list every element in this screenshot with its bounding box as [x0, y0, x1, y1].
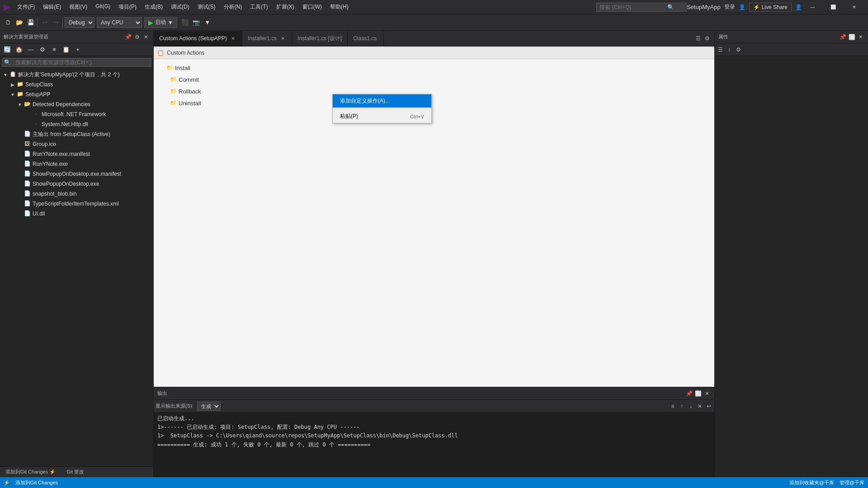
sidebar-bottom-tab-explorer[interactable]: 添加到Git Changes ⚡ [0, 469, 61, 475]
output-pin-icon[interactable]: 📌 [685, 390, 693, 397]
props-sort-icon[interactable]: ↕ [726, 46, 733, 53]
ca-row-install[interactable]: 📁 Install [165, 63, 711, 73]
showpopup-manifest-icon: 📄 [24, 170, 31, 178]
props-pin-icon[interactable]: 📌 [839, 33, 846, 41]
camera-dropdown[interactable]: ▼ [202, 17, 213, 28]
restore-button[interactable]: ⬜ [823, 0, 844, 14]
sidebar-settings-icon[interactable]: ⚙ [133, 33, 141, 41]
ca-row-rollback[interactable]: 📁 Rollback [168, 86, 711, 96]
ui-dll-icon: 📄 [24, 210, 31, 217]
tree-item-showpopup-manifest[interactable]: 📄 ShowPopupOnDesktop.exe.manifest [0, 169, 153, 179]
sidebar-refresh-icon[interactable]: 🔄 [2, 44, 13, 55]
sidebar-home-icon[interactable]: 🏠 [14, 44, 24, 55]
tab-installer1[interactable]: Installer1.cs ✕ [242, 31, 292, 47]
tree-item-runy-exe[interactable]: 📄 RunYNote.exe [0, 159, 153, 169]
menu-view[interactable]: 视图(V) [66, 1, 91, 13]
tree-item-showpopup-exe[interactable]: 📄 ShowPopupOnDesktop.exe [0, 179, 153, 189]
redo-button[interactable]: ↪ [51, 17, 61, 28]
tab-custom-actions-close[interactable]: ✕ [230, 35, 236, 42]
minimize-button[interactable]: — [802, 0, 823, 14]
tree-item-setupclass[interactable]: ▶ 📁 SetupClass [0, 80, 153, 89]
cpu-config-select[interactable]: Any CPU [97, 17, 142, 28]
detected-deps-icon: 📂 [24, 101, 31, 108]
menu-extensions[interactable]: 扩展(X) [273, 1, 298, 13]
tree-item-ui-dll[interactable]: 📄 UI.dll [0, 209, 153, 219]
ctx-add-custom-action[interactable]: 添加自定义操作(A)... [333, 94, 431, 108]
tab-installer1-design-label: Installer1.cs [设计] [297, 35, 342, 42]
tree-item-dotnet[interactable]: - Microsoft .NET Framework [0, 109, 153, 119]
menu-build[interactable]: 生成(B) [141, 1, 166, 13]
undo-button[interactable]: ↩ [39, 17, 50, 28]
sidebar-view-icon[interactable]: 📋 [61, 44, 71, 55]
props-category-icon[interactable]: ☰ [717, 46, 724, 53]
output-wrap-icon[interactable]: ↩ [705, 403, 712, 410]
tree-item-setupapp[interactable]: ▼ 📁 SetupAPP [0, 89, 153, 99]
props-expand-icon[interactable]: ⬜ [848, 33, 855, 41]
tree-item-detected-deps[interactable]: ▼ 📂 Detected Dependencies [0, 99, 153, 109]
sidebar-add-icon[interactable]: + [72, 44, 83, 55]
tree-item-sysnet[interactable]: - System.Net.Http.dll [0, 119, 153, 129]
output-source-select[interactable]: 生成 [197, 402, 221, 411]
output-up-icon[interactable]: ↑ [678, 403, 685, 410]
tree-item-group-ico[interactable]: 🖼 Group.ico [0, 139, 153, 149]
menu-edit[interactable]: 编辑(E) [39, 1, 65, 13]
output-close-icon[interactable]: ✕ [703, 390, 711, 397]
tab-custom-actions[interactable]: Custom Actions (SetupAPP) ✕ [154, 31, 242, 47]
sidebar-search-box[interactable]: 🔍 [2, 58, 151, 67]
output-content[interactable]: 已启动生成... 1>------ 已启动生成: 项目: SetupClass,… [154, 413, 714, 477]
camera-button[interactable]: 📷 [191, 17, 202, 28]
tab-installer1-close[interactable]: ✕ [279, 35, 286, 42]
title-search-box[interactable]: 🔍 [596, 3, 687, 12]
tab-settings-icon[interactable]: ⚙ [703, 35, 711, 42]
props-settings-icon[interactable]: ⚙ [735, 46, 742, 53]
menu-project[interactable]: 项目(P) [115, 1, 140, 13]
ca-row-uninstall[interactable]: 📁 Uninstall [168, 98, 711, 108]
status-add-favorites[interactable]: 添加到收藏夹@千库 [789, 479, 834, 486]
ca-row-commit[interactable]: 📁 Commit [168, 75, 711, 84]
ctx-paste[interactable]: 粘贴(P) Ctrl+V [333, 110, 431, 123]
debug-config-select[interactable]: Debug [65, 17, 94, 28]
menu-window[interactable]: 窗口(W) [299, 1, 326, 13]
sysnet-icon: - [33, 121, 40, 128]
sidebar-collapse-icon[interactable]: — [25, 44, 36, 55]
menu-file[interactable]: 文件(F) [14, 1, 38, 13]
sidebar-filter-icon[interactable]: ≡ [49, 44, 60, 55]
save-all-button[interactable]: 💾 [25, 17, 36, 28]
open-button[interactable]: 📂 [14, 17, 25, 28]
sidebar-pin-icon[interactable]: 📌 [124, 33, 132, 41]
output-filter-icon[interactable]: ≡ [669, 403, 676, 410]
solution-icon: 📋 [9, 71, 16, 78]
sidebar-settings2-icon[interactable]: ⚙ [37, 44, 48, 55]
output-down-icon[interactable]: ↓ [687, 403, 694, 410]
title-search-input[interactable] [599, 4, 667, 10]
menu-tools[interactable]: 工具(T) [246, 1, 271, 13]
start-button[interactable]: ▶ 启动 ▼ [144, 17, 177, 28]
tree-item-runy-manifest[interactable]: 📄 RunYNote.exe.manifest [0, 149, 153, 159]
menu-test[interactable]: 测试(S) [194, 1, 219, 13]
sidebar-search-input[interactable] [13, 58, 117, 66]
tree-item-primary-output[interactable]: 📄 主输出 from SetupClass (Active) [0, 129, 153, 139]
output-clear-icon[interactable]: ✕ [696, 403, 703, 410]
tab-list-icon[interactable]: ☰ [694, 35, 702, 42]
tab-installer1-design[interactable]: Installer1.cs [设计] [292, 31, 348, 47]
close-button[interactable]: ✕ [844, 0, 864, 14]
status-manage[interactable]: 管理@千库 [840, 479, 864, 486]
props-close-icon[interactable]: ✕ [857, 33, 864, 41]
stop-button[interactable]: ⬛ [179, 17, 190, 28]
menu-git[interactable]: Git(G) [92, 1, 114, 13]
new-button[interactable]: 🗋 [3, 17, 14, 28]
tree-item-typescript[interactable]: 📄 TypeScriptFolderItemTemplates.xml [0, 199, 153, 209]
sidebar-close-icon[interactable]: ✕ [142, 33, 150, 41]
login-button[interactable]: 登录 [724, 3, 735, 11]
menu-analyze[interactable]: 分析(N) [220, 1, 246, 13]
live-share-button[interactable]: ⚡ Live Share [749, 3, 792, 12]
output-expand-icon[interactable]: ⬜ [694, 390, 702, 397]
sidebar-bottom-tab-git[interactable]: Git 更改 [61, 469, 90, 475]
ca-commit-folder-icon: 📁 [170, 76, 177, 83]
tab-class1[interactable]: Class1.cs [348, 31, 384, 47]
status-git-label[interactable]: 添加到Git Changes [15, 479, 58, 486]
tree-item-snapshot[interactable]: 📄 snapshot_blob.bin [0, 189, 153, 199]
menu-debug[interactable]: 调试(D) [167, 1, 193, 13]
menu-help[interactable]: 帮助(H) [326, 1, 352, 13]
tree-item-solution[interactable]: ▼ 📋 解决方案'SetupMyApp'(2 个项目，共 2 个) [0, 70, 153, 80]
